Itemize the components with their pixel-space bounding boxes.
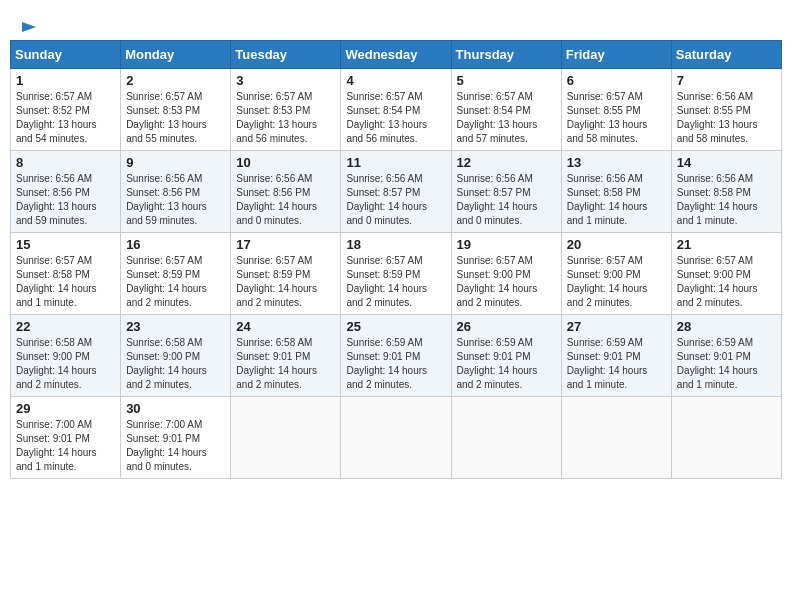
day-info: Sunrise: 6:57 AM Sunset: 9:00 PM Dayligh… — [457, 254, 556, 310]
day-info: Sunrise: 6:57 AM Sunset: 8:53 PM Dayligh… — [126, 90, 225, 146]
day-cell: 26Sunrise: 6:59 AM Sunset: 9:01 PM Dayli… — [451, 315, 561, 397]
day-cell: 2Sunrise: 6:57 AM Sunset: 8:53 PM Daylig… — [121, 69, 231, 151]
day-cell: 24Sunrise: 6:58 AM Sunset: 9:01 PM Dayli… — [231, 315, 341, 397]
day-cell: 11Sunrise: 6:56 AM Sunset: 8:57 PM Dayli… — [341, 151, 451, 233]
day-info: Sunrise: 6:59 AM Sunset: 9:01 PM Dayligh… — [677, 336, 776, 392]
day-info: Sunrise: 6:57 AM Sunset: 8:55 PM Dayligh… — [567, 90, 666, 146]
day-info: Sunrise: 6:57 AM Sunset: 8:59 PM Dayligh… — [346, 254, 445, 310]
day-info: Sunrise: 6:57 AM Sunset: 9:00 PM Dayligh… — [677, 254, 776, 310]
day-cell: 10Sunrise: 6:56 AM Sunset: 8:56 PM Dayli… — [231, 151, 341, 233]
day-info: Sunrise: 7:00 AM Sunset: 9:01 PM Dayligh… — [126, 418, 225, 474]
day-number: 29 — [16, 401, 115, 416]
day-number: 25 — [346, 319, 445, 334]
day-cell: 28Sunrise: 6:59 AM Sunset: 9:01 PM Dayli… — [671, 315, 781, 397]
day-info: Sunrise: 6:56 AM Sunset: 8:56 PM Dayligh… — [16, 172, 115, 228]
day-number: 6 — [567, 73, 666, 88]
day-info: Sunrise: 6:58 AM Sunset: 9:01 PM Dayligh… — [236, 336, 335, 392]
day-number: 8 — [16, 155, 115, 170]
day-cell: 17Sunrise: 6:57 AM Sunset: 8:59 PM Dayli… — [231, 233, 341, 315]
day-cell: 14Sunrise: 6:56 AM Sunset: 8:58 PM Dayli… — [671, 151, 781, 233]
page: SundayMondayTuesdayWednesdayThursdayFrid… — [0, 0, 792, 489]
day-cell: 13Sunrise: 6:56 AM Sunset: 8:58 PM Dayli… — [561, 151, 671, 233]
day-number: 10 — [236, 155, 335, 170]
weekday-header-thursday: Thursday — [451, 41, 561, 69]
week-row-3: 15Sunrise: 6:57 AM Sunset: 8:58 PM Dayli… — [11, 233, 782, 315]
day-cell — [671, 397, 781, 479]
day-number: 23 — [126, 319, 225, 334]
day-info: Sunrise: 7:00 AM Sunset: 9:01 PM Dayligh… — [16, 418, 115, 474]
day-number: 12 — [457, 155, 556, 170]
day-cell: 16Sunrise: 6:57 AM Sunset: 8:59 PM Dayli… — [121, 233, 231, 315]
logo — [20, 18, 39, 34]
day-cell: 6Sunrise: 6:57 AM Sunset: 8:55 PM Daylig… — [561, 69, 671, 151]
day-number: 30 — [126, 401, 225, 416]
day-number: 21 — [677, 237, 776, 252]
day-number: 15 — [16, 237, 115, 252]
day-cell: 18Sunrise: 6:57 AM Sunset: 8:59 PM Dayli… — [341, 233, 451, 315]
day-number: 16 — [126, 237, 225, 252]
day-cell — [561, 397, 671, 479]
day-number: 18 — [346, 237, 445, 252]
day-info: Sunrise: 6:57 AM Sunset: 8:58 PM Dayligh… — [16, 254, 115, 310]
day-cell: 22Sunrise: 6:58 AM Sunset: 9:00 PM Dayli… — [11, 315, 121, 397]
day-number: 17 — [236, 237, 335, 252]
day-number: 22 — [16, 319, 115, 334]
day-number: 20 — [567, 237, 666, 252]
day-info: Sunrise: 6:57 AM Sunset: 8:54 PM Dayligh… — [457, 90, 556, 146]
day-cell: 5Sunrise: 6:57 AM Sunset: 8:54 PM Daylig… — [451, 69, 561, 151]
day-info: Sunrise: 6:57 AM Sunset: 8:52 PM Dayligh… — [16, 90, 115, 146]
day-number: 19 — [457, 237, 556, 252]
day-cell: 29Sunrise: 7:00 AM Sunset: 9:01 PM Dayli… — [11, 397, 121, 479]
week-row-4: 22Sunrise: 6:58 AM Sunset: 9:00 PM Dayli… — [11, 315, 782, 397]
day-cell: 30Sunrise: 7:00 AM Sunset: 9:01 PM Dayli… — [121, 397, 231, 479]
day-info: Sunrise: 6:58 AM Sunset: 9:00 PM Dayligh… — [16, 336, 115, 392]
day-info: Sunrise: 6:56 AM Sunset: 8:55 PM Dayligh… — [677, 90, 776, 146]
weekday-header-tuesday: Tuesday — [231, 41, 341, 69]
day-number: 2 — [126, 73, 225, 88]
weekday-header-saturday: Saturday — [671, 41, 781, 69]
calendar-table: SundayMondayTuesdayWednesdayThursdayFrid… — [10, 40, 782, 479]
day-number: 1 — [16, 73, 115, 88]
day-cell: 8Sunrise: 6:56 AM Sunset: 8:56 PM Daylig… — [11, 151, 121, 233]
day-number: 27 — [567, 319, 666, 334]
day-number: 13 — [567, 155, 666, 170]
day-cell — [341, 397, 451, 479]
day-number: 3 — [236, 73, 335, 88]
day-info: Sunrise: 6:56 AM Sunset: 8:57 PM Dayligh… — [457, 172, 556, 228]
week-row-2: 8Sunrise: 6:56 AM Sunset: 8:56 PM Daylig… — [11, 151, 782, 233]
day-info: Sunrise: 6:59 AM Sunset: 9:01 PM Dayligh… — [567, 336, 666, 392]
day-info: Sunrise: 6:56 AM Sunset: 8:58 PM Dayligh… — [567, 172, 666, 228]
day-cell: 19Sunrise: 6:57 AM Sunset: 9:00 PM Dayli… — [451, 233, 561, 315]
week-row-5: 29Sunrise: 7:00 AM Sunset: 9:01 PM Dayli… — [11, 397, 782, 479]
day-info: Sunrise: 6:57 AM Sunset: 9:00 PM Dayligh… — [567, 254, 666, 310]
day-info: Sunrise: 6:57 AM Sunset: 8:54 PM Dayligh… — [346, 90, 445, 146]
day-info: Sunrise: 6:58 AM Sunset: 9:00 PM Dayligh… — [126, 336, 225, 392]
day-info: Sunrise: 6:59 AM Sunset: 9:01 PM Dayligh… — [346, 336, 445, 392]
day-cell: 25Sunrise: 6:59 AM Sunset: 9:01 PM Dayli… — [341, 315, 451, 397]
day-cell: 3Sunrise: 6:57 AM Sunset: 8:53 PM Daylig… — [231, 69, 341, 151]
weekday-header-friday: Friday — [561, 41, 671, 69]
day-number: 7 — [677, 73, 776, 88]
day-info: Sunrise: 6:59 AM Sunset: 9:01 PM Dayligh… — [457, 336, 556, 392]
day-cell: 21Sunrise: 6:57 AM Sunset: 9:00 PM Dayli… — [671, 233, 781, 315]
day-number: 9 — [126, 155, 225, 170]
day-cell: 23Sunrise: 6:58 AM Sunset: 9:00 PM Dayli… — [121, 315, 231, 397]
day-number: 11 — [346, 155, 445, 170]
day-cell — [231, 397, 341, 479]
day-cell — [451, 397, 561, 479]
day-cell: 1Sunrise: 6:57 AM Sunset: 8:52 PM Daylig… — [11, 69, 121, 151]
day-info: Sunrise: 6:57 AM Sunset: 8:59 PM Dayligh… — [236, 254, 335, 310]
day-cell: 12Sunrise: 6:56 AM Sunset: 8:57 PM Dayli… — [451, 151, 561, 233]
weekday-header-row: SundayMondayTuesdayWednesdayThursdayFrid… — [11, 41, 782, 69]
weekday-header-monday: Monday — [121, 41, 231, 69]
svg-marker-0 — [22, 22, 36, 32]
header — [10, 10, 782, 40]
day-number: 5 — [457, 73, 556, 88]
day-cell: 27Sunrise: 6:59 AM Sunset: 9:01 PM Dayli… — [561, 315, 671, 397]
day-number: 14 — [677, 155, 776, 170]
logo-icon — [20, 18, 38, 36]
day-number: 24 — [236, 319, 335, 334]
day-info: Sunrise: 6:56 AM Sunset: 8:56 PM Dayligh… — [236, 172, 335, 228]
weekday-header-wednesday: Wednesday — [341, 41, 451, 69]
day-cell: 15Sunrise: 6:57 AM Sunset: 8:58 PM Dayli… — [11, 233, 121, 315]
